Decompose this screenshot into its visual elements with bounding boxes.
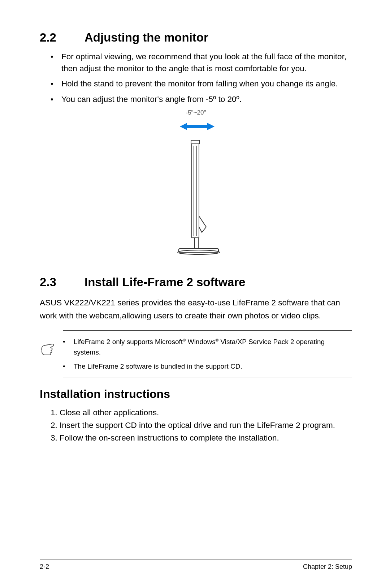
page-number: 2-2 [40, 563, 49, 571]
chapter-label: Chapter 2: Setup [303, 563, 352, 571]
section-number: 2.2 [40, 31, 84, 44]
svg-marker-0 [180, 123, 187, 130]
bullet-item: Hold the stand to prevent the monitor fr… [51, 78, 352, 90]
monitor-diagram: -5"~20" [40, 109, 352, 265]
svg-rect-3 [191, 140, 200, 144]
note-text: Windows [186, 338, 215, 345]
page-content: 2.2 Adjusting the monitor For optimal vi… [40, 31, 352, 555]
svg-rect-1 [186, 125, 208, 128]
section-2-2-bullets: For optimal viewing, we recommend that y… [40, 51, 352, 106]
bullet-item: You can adjust the monitor's angle from … [51, 94, 352, 106]
diagram-angle-label: -5"~20" [40, 109, 352, 116]
section-title: Adjusting the monitor [84, 31, 208, 44]
note-item: LifeFrame 2 only supports Microsoft® Win… [63, 336, 352, 358]
pointing-hand-icon [40, 330, 56, 359]
section-title: Install Life-Frame 2 software [84, 275, 246, 289]
section-heading-2-2: 2.2 Adjusting the monitor [40, 31, 352, 44]
registered-mark: ® [216, 338, 218, 342]
installation-steps: 1. Close all other applications. 2. Inse… [40, 407, 352, 445]
section-2-3-body: ASUS VK222/VK221 series provides the eas… [40, 296, 352, 322]
section-heading-2-3: 2.3 Install Life-Frame 2 software [40, 275, 352, 289]
page-footer: 2-2 Chapter 2: Setup [40, 559, 352, 571]
step-item: 3. Follow the on-screen instructions to … [51, 432, 352, 445]
svg-marker-2 [207, 123, 214, 130]
note-item: The LifeFrame 2 software is bundled in t… [63, 361, 352, 372]
svg-rect-7 [195, 238, 198, 249]
monitor-side-view-icon [160, 119, 232, 263]
note-block: LifeFrame 2 only supports Microsoft® Win… [40, 330, 352, 378]
bullet-item: For optimal viewing, we recommend that y… [51, 51, 352, 74]
section-number: 2.3 [40, 275, 84, 289]
installation-subheading: Installation instructions [40, 387, 352, 401]
step-item: 2. Insert the support CD into the optica… [51, 419, 352, 432]
note-text: LifeFrame 2 only supports Microsoft [74, 338, 183, 345]
note-list: LifeFrame 2 only supports Microsoft® Win… [63, 330, 352, 378]
step-item: 1. Close all other applications. [51, 407, 352, 419]
svg-rect-4 [192, 144, 199, 238]
